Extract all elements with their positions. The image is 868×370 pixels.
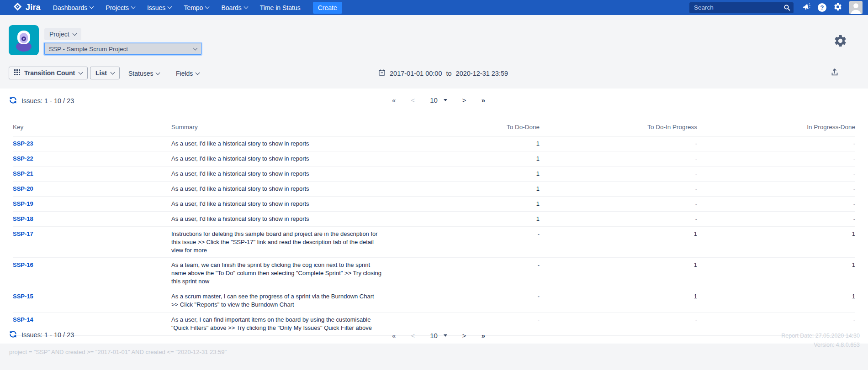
nav-item-label: Boards	[221, 4, 241, 11]
view-selector-label: List	[95, 69, 107, 77]
statuses-dropdown[interactable]: Statuses	[128, 70, 159, 77]
column-header-inprogress-done: In Progress-Done	[697, 120, 855, 136]
nav-item-boards[interactable]: Boards	[221, 4, 247, 11]
chevron-down-icon	[193, 46, 198, 50]
project-select[interactable]: SSP - Sample Scrum Project	[44, 43, 201, 55]
report-header-section: Project SSP - Sample Scrum Project	[0, 15, 868, 89]
issue-summary-cell: As a scrum master, I can see the progres…	[171, 289, 391, 313]
nav-item-projects[interactable]: Projects	[106, 4, 135, 11]
export-button[interactable]	[831, 68, 839, 78]
chevron-down-icon	[131, 5, 135, 9]
statuses-label: Statuses	[128, 70, 153, 77]
issue-key-link[interactable]: SSP-18	[13, 215, 33, 222]
date-range-picker[interactable]: 2017-01-01 00:00 to 2020-12-31 23:59	[378, 69, 508, 78]
issue-summary-cell: As a user, I'd like a historical story t…	[171, 196, 391, 211]
table-row: SSP-20 As a user, I'd like a historical …	[13, 181, 855, 196]
pagination-first-button[interactable]: «	[392, 96, 396, 104]
todo-done-cell: -	[391, 226, 540, 258]
issue-key-link[interactable]: SSP-14	[13, 316, 33, 323]
nav-item-issues[interactable]: Issues	[147, 4, 171, 11]
issue-key-link[interactable]: SSP-15	[13, 293, 33, 300]
brand-text: Jira	[26, 3, 41, 12]
nav-item-dashboards[interactable]: Dashboards	[53, 4, 94, 11]
table-row: SSP-17 Instructions for deleting this sa…	[13, 226, 855, 258]
nav-item-label: Issues	[147, 4, 165, 11]
fields-label: Fields	[176, 70, 193, 77]
pagination-top: « < 10 > »	[392, 96, 485, 104]
issues-count-row-top: Issues: 1 - 10 / 23	[9, 96, 74, 105]
issue-key-cell: SSP-22	[13, 151, 171, 166]
chevron-down-icon	[72, 31, 77, 36]
refresh-button[interactable]	[9, 330, 17, 339]
pagination-next-button[interactable]: >	[462, 96, 466, 104]
view-selector-button[interactable]: List	[90, 67, 120, 79]
column-header-todo-done: To Do-Done	[391, 120, 540, 136]
todo-inprogress-cell: -	[540, 166, 697, 181]
issue-key-link[interactable]: SSP-21	[13, 170, 33, 177]
jql-query-text: project = "SSP" AND created >= "2017-01-…	[9, 349, 227, 355]
issue-summary-cell: As a user, I can find important items on…	[171, 313, 391, 336]
date-separator: to	[446, 70, 452, 77]
search-icon[interactable]	[783, 4, 791, 13]
pagination-next-button[interactable]: >	[462, 332, 466, 339]
project-scope-label: Project	[49, 31, 69, 38]
issue-key-cell: SSP-21	[13, 166, 171, 181]
issue-key-cell: SSP-23	[13, 136, 171, 151]
issue-key-link[interactable]: SSP-19	[13, 200, 33, 207]
issue-key-link[interactable]: SSP-23	[13, 140, 33, 147]
pagination-first-button[interactable]: «	[392, 332, 396, 339]
issues-count-label: Issues: 1 - 10 / 23	[21, 97, 74, 104]
issue-key-link[interactable]: SSP-17	[13, 230, 33, 237]
todo-inprogress-cell: -	[540, 313, 697, 336]
project-select-value: SSP - Sample Scrum Project	[49, 46, 128, 52]
help-button[interactable]: ?	[818, 3, 826, 12]
announcement-button[interactable]	[802, 3, 811, 13]
chevron-down-icon	[79, 70, 83, 74]
inprogress-done-cell: -	[697, 151, 855, 166]
page-size-value: 10	[430, 332, 438, 339]
pagination-prev-button[interactable]: <	[411, 332, 415, 339]
chevron-down-icon	[90, 5, 94, 9]
page-size-value: 10	[430, 96, 438, 104]
todo-inprogress-cell: -	[540, 211, 697, 226]
search-input[interactable]	[689, 4, 794, 11]
column-header-key: Key	[13, 120, 171, 136]
page-size-select[interactable]: 10	[430, 332, 447, 339]
refresh-button[interactable]	[9, 96, 17, 105]
fields-dropdown[interactable]: Fields	[176, 70, 199, 77]
todo-inprogress-cell: 1	[540, 226, 697, 258]
todo-done-cell: -	[391, 289, 540, 313]
report-settings-button[interactable]	[833, 34, 847, 49]
jira-logo[interactable]: Jira	[13, 2, 41, 13]
issue-summary-cell: As a team, we can finish the sprint by c…	[171, 258, 391, 289]
pagination-prev-button[interactable]: <	[411, 96, 415, 104]
report-version: Version: 4.8.0.653	[781, 340, 860, 349]
nav-item-time-in-status[interactable]: Time in Status	[260, 4, 301, 11]
jira-time-in-status-page: Jira Dashboards Projects Issues Tempo Bo…	[0, 0, 868, 370]
table-row: SSP-23 As a user, I'd like a historical …	[13, 136, 855, 151]
issue-key-cell: SSP-19	[13, 196, 171, 211]
nav-item-tempo[interactable]: Tempo	[184, 4, 209, 11]
project-avatar	[9, 25, 39, 55]
navbar-right: ?	[689, 1, 863, 14]
inprogress-done-cell: 1	[697, 258, 855, 289]
issue-key-cell: SSP-18	[13, 211, 171, 226]
pagination-last-button[interactable]: »	[482, 332, 485, 339]
issue-key-link[interactable]: SSP-16	[13, 261, 33, 268]
project-scope-button[interactable]: Project	[44, 28, 81, 40]
nav-item-label: Dashboards	[53, 4, 88, 11]
todo-done-cell: 1	[391, 166, 540, 181]
pagination-last-button[interactable]: »	[482, 96, 485, 104]
issue-key-cell: SSP-15	[13, 289, 171, 313]
issue-key-link[interactable]: SSP-20	[13, 185, 33, 192]
metric-selector-button[interactable]: Transition Count	[9, 67, 88, 79]
issues-table: Key Summary To Do-Done To Do-In Progress…	[13, 120, 855, 336]
refresh-icon	[9, 96, 17, 105]
issue-key-link[interactable]: SSP-22	[13, 155, 33, 162]
gear-icon	[833, 2, 842, 13]
settings-button[interactable]	[833, 2, 842, 13]
user-menu-button[interactable]	[849, 1, 863, 14]
grid-icon	[14, 69, 20, 77]
page-size-select[interactable]: 10	[430, 96, 447, 104]
create-button[interactable]: Create	[313, 2, 342, 14]
